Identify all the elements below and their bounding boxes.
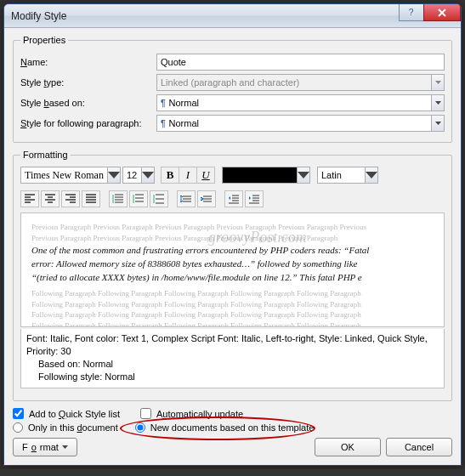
auto-update-checkbox[interactable] xyxy=(140,408,151,419)
quick-style-label: Add to Quick Style list xyxy=(29,409,120,419)
increase-para-space-button[interactable] xyxy=(177,190,196,207)
formatting-group: Formatting Times New Roman 12 B I U xyxy=(13,150,452,401)
format-button[interactable]: Format xyxy=(13,438,77,456)
name-label: Name: xyxy=(20,57,156,67)
line-spacing-15-button[interactable] xyxy=(129,190,148,207)
auto-update-label: Automatically update xyxy=(156,409,243,419)
align-center-button[interactable] xyxy=(41,190,60,207)
preview-follow-para: Following Paragraph Following Paragraph … xyxy=(31,300,434,310)
font-name-combo[interactable]: Times New Roman xyxy=(20,167,121,184)
align-right-button[interactable] xyxy=(61,190,80,207)
style-type-select: Linked (paragraph and character) xyxy=(156,74,431,91)
only-document-radio[interactable] xyxy=(13,422,23,433)
pilcrow-icon: ¶ xyxy=(161,119,166,128)
para-space-group xyxy=(177,190,216,207)
underline-button[interactable]: U xyxy=(196,167,215,184)
indent-group xyxy=(224,190,264,207)
watermark: groovyPost.com xyxy=(208,229,307,246)
preview-follow-para: Following Paragraph Following Paragraph … xyxy=(31,310,434,320)
chevron-down-icon[interactable] xyxy=(297,167,310,184)
alignment-group xyxy=(20,190,100,207)
only-document-label: Only in this document xyxy=(28,422,118,433)
new-documents-label: New documents based on this template xyxy=(150,422,315,433)
properties-group: Properties Name: Style type: Linked (par… xyxy=(13,35,452,143)
based-on-label: Style based on: xyxy=(20,98,156,108)
chevron-down-icon[interactable] xyxy=(365,167,378,184)
preview-follow-para: Following Paragraph Following Paragraph … xyxy=(31,321,434,327)
font-color-combo[interactable] xyxy=(222,167,310,184)
align-justify-button[interactable] xyxy=(82,190,100,207)
preview-sample-line: “(tried to allocate XXXX bytes) in /home… xyxy=(31,271,434,283)
properties-legend: Properties xyxy=(20,35,68,45)
align-left-button[interactable] xyxy=(20,190,39,207)
cancel-button[interactable]: Cancel xyxy=(386,438,452,456)
line-spacing-1-button[interactable] xyxy=(109,190,128,207)
increase-indent-button[interactable] xyxy=(245,190,264,207)
modify-style-dialog: Modify Style ? Properties Name: Style ty… xyxy=(3,3,462,466)
new-documents-radio[interactable] xyxy=(135,422,145,433)
italic-button[interactable]: I xyxy=(179,167,197,184)
quick-style-checkbox[interactable] xyxy=(13,408,24,419)
spacing-group xyxy=(109,190,168,207)
window-title: Modify Style xyxy=(11,10,400,22)
based-on-select[interactable]: ¶Normal xyxy=(156,94,431,111)
name-input[interactable] xyxy=(156,54,445,71)
ok-button[interactable]: OK xyxy=(315,438,381,456)
pilcrow-icon: ¶ xyxy=(161,99,166,108)
line-spacing-2-button[interactable] xyxy=(150,190,168,207)
chevron-down-icon xyxy=(62,445,68,449)
style-description: Font: Italic, Font color: Text 1, Comple… xyxy=(20,329,445,388)
titlebar-buttons: ? xyxy=(400,4,461,21)
preview-follow-para: Following Paragraph Following Paragraph … xyxy=(31,289,434,299)
titlebar: Modify Style ? xyxy=(4,4,461,28)
chevron-down-icon[interactable] xyxy=(107,167,121,184)
preview-pane: groovyPost.com Previous Paragraph Previo… xyxy=(20,212,445,327)
help-button[interactable]: ? xyxy=(399,4,424,21)
chevron-down-icon[interactable] xyxy=(431,115,445,132)
color-swatch xyxy=(222,167,297,184)
font-size-combo[interactable]: 12 xyxy=(122,167,155,184)
close-button[interactable] xyxy=(423,4,461,21)
script-combo[interactable]: Latin xyxy=(317,167,378,184)
bold-button[interactable]: B xyxy=(161,167,179,184)
following-select[interactable]: ¶Normal xyxy=(156,115,431,132)
chevron-down-icon[interactable] xyxy=(431,94,445,111)
following-label: Style for following paragraph: xyxy=(20,118,156,128)
decrease-indent-button[interactable] xyxy=(224,190,243,207)
chevron-down-icon[interactable] xyxy=(141,167,155,184)
svg-text:?: ? xyxy=(408,8,413,17)
style-type-label: Style type: xyxy=(20,77,156,88)
preview-sample-line: error: Allowed memory size of 8388608 by… xyxy=(31,258,434,269)
chevron-down-icon xyxy=(431,74,445,91)
decrease-para-space-button[interactable] xyxy=(197,190,216,207)
formatting-legend: Formatting xyxy=(20,150,71,160)
